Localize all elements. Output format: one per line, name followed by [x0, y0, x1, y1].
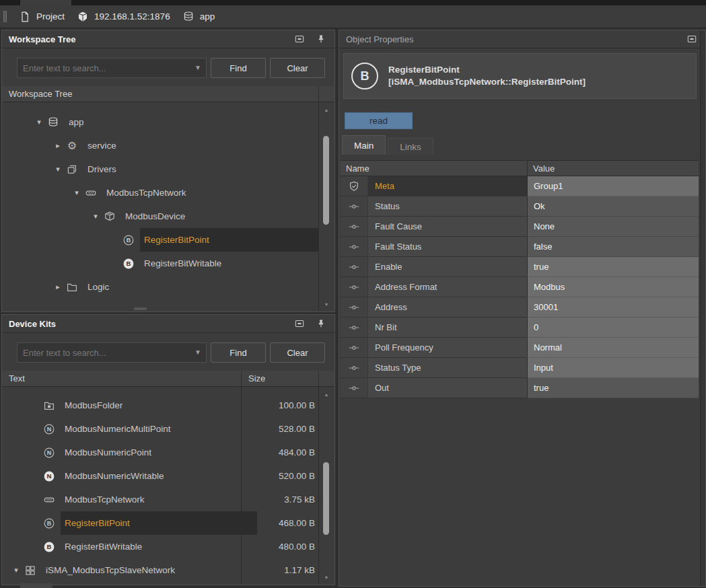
read-button[interactable]: read — [345, 112, 413, 129]
tab-links[interactable]: Links — [388, 138, 433, 155]
tab-main[interactable]: Main — [342, 135, 386, 155]
kits-clear-button[interactable]: Clear — [270, 342, 325, 363]
chevron-collapsed-icon[interactable]: ▸ — [51, 141, 65, 150]
property-row[interactable]: Enabletrue — [341, 257, 699, 277]
bottom-tab-fragment — [20, 583, 52, 588]
chevron-expanded-icon[interactable]: ▾ — [89, 212, 102, 221]
tree-item[interactable]: ▾app — [3, 110, 334, 134]
property-name[interactable]: Status — [367, 196, 527, 217]
kit-item[interactable]: NModbusNumericMultiPoint528.00 B — [3, 417, 334, 441]
property-name[interactable]: Fault Cause — [367, 217, 527, 237]
kit-item[interactable]: ModbusTcpNetwork3.75 kB — [3, 488, 334, 511]
tree-item[interactable]: BRegisterBitWritable — [3, 252, 334, 275]
scroll-up-icon[interactable]: ▲ — [319, 392, 334, 397]
kit-item[interactable]: NModbusNumericPoint484.00 B — [3, 441, 334, 464]
properties-scrollbar-track[interactable] — [700, 30, 705, 586]
workspace-clear-button[interactable]: Clear — [270, 58, 325, 78]
property-name[interactable]: Meta — [367, 176, 527, 196]
kit-item-label-area[interactable]: RegisterBitPoint — [61, 511, 257, 535]
property-row[interactable]: Status TypeInput — [341, 358, 699, 378]
kit-item[interactable]: ▾iSMA_ModbusTcpSlaveNetwork1.17 kB — [3, 558, 334, 582]
chevron-expanded-icon[interactable]: ▾ — [32, 118, 46, 126]
workspace-find-button[interactable]: Find — [211, 58, 266, 78]
kits-size-column-label[interactable]: Size — [243, 373, 320, 383]
tree-item[interactable]: ▸⚙service — [3, 134, 334, 157]
property-row[interactable]: Address30001 — [341, 297, 699, 318]
value-column-label[interactable]: Value — [527, 161, 699, 176]
breadcrumb-item[interactable]: app — [182, 11, 215, 23]
name-column-label[interactable]: Name — [341, 161, 527, 176]
scroll-up-icon[interactable]: ▲ — [319, 108, 334, 112]
kit-item[interactable]: BRegisterBitWritable480.00 B — [3, 535, 334, 558]
tree-item-label-area[interactable]: service — [83, 134, 318, 157]
property-row[interactable]: Fault Statusfalse — [341, 237, 699, 257]
kits-text-column-label[interactable]: Text — [2, 373, 243, 383]
tree-item-label-area[interactable]: RegisterBitPoint — [140, 228, 318, 252]
property-name[interactable]: Fault Status — [367, 237, 527, 257]
tree-item-label-area[interactable]: RegisterBitWritable — [140, 252, 318, 275]
property-name[interactable]: Enable — [367, 257, 527, 277]
property-row[interactable]: Outtrue — [341, 378, 699, 398]
kit-item[interactable]: NModbusNumericWritable520.00 B — [3, 464, 334, 488]
scroll-down-icon[interactable]: ▼ — [319, 302, 334, 307]
property-value[interactable]: 30001 — [527, 297, 699, 318]
property-row[interactable]: MetaGroup1 — [341, 176, 699, 196]
kit-item-label-area[interactable]: ModbusNumericWritable — [61, 464, 257, 488]
pin-icon[interactable] — [316, 34, 326, 44]
scroll-down-icon[interactable]: ▼ — [319, 575, 334, 580]
tree-item-label-area[interactable]: Drivers — [83, 157, 318, 181]
tree-item-label-area[interactable]: app — [65, 110, 318, 134]
tree-item[interactable]: ▾Drivers — [3, 157, 334, 181]
breadcrumb-item[interactable]: Project — [19, 11, 65, 23]
tree-item[interactable]: BRegisterBitPoint — [3, 228, 334, 252]
property-value[interactable]: Group1 — [527, 176, 699, 196]
kits-find-button[interactable]: Find — [211, 342, 266, 363]
toolbar-grip-handle[interactable] — [3, 11, 7, 22]
property-name[interactable]: Nr Bit — [367, 318, 527, 338]
property-value[interactable]: Input — [527, 358, 699, 378]
property-value[interactable]: Normal — [527, 338, 699, 358]
tree-item-label-area[interactable]: Logic — [83, 275, 318, 299]
property-row[interactable]: Address FormatModbus — [341, 277, 699, 297]
tree-item[interactable]: ▾ModbusTcpNetwork — [3, 181, 334, 205]
property-name[interactable]: Address Format — [367, 277, 527, 297]
kit-item-label-area[interactable]: iSMA_ModbusTcpSlaveNetwork — [42, 558, 257, 582]
kit-item-label-area[interactable]: RegisterBitWritable — [61, 535, 257, 558]
property-value[interactable]: true — [527, 257, 699, 277]
property-row[interactable]: Poll FrequencyNormal — [341, 338, 699, 358]
property-value[interactable]: 0 — [527, 318, 699, 338]
kit-item[interactable]: BRegisterBitPoint468.00 B — [3, 511, 334, 535]
pin-icon[interactable] — [316, 318, 326, 329]
property-row[interactable]: StatusOk — [341, 196, 699, 217]
tree-item[interactable]: ▸Logic — [3, 275, 334, 299]
property-value[interactable]: Modbus — [527, 277, 699, 297]
breadcrumb-item[interactable]: 192.168.1.52:1876 — [77, 11, 170, 23]
scrollbar-thumb[interactable] — [323, 462, 329, 535]
scrollbar-thumb[interactable] — [323, 136, 329, 225]
slot-icon — [341, 378, 367, 398]
tree-item-label-area[interactable]: ModbusTcpNetwork — [102, 181, 318, 205]
property-name[interactable]: Address — [367, 297, 527, 318]
chevron-expanded-icon[interactable]: ▾ — [70, 188, 83, 197]
kit-item-label-area[interactable]: ModbusTcpNetwork — [61, 488, 257, 511]
kit-item-label: RegisterBitWritable — [65, 542, 142, 552]
chevron-expanded-icon[interactable]: ▾ — [51, 165, 65, 174]
property-name[interactable]: Out — [367, 378, 527, 398]
property-name[interactable]: Poll Frequency — [367, 338, 527, 358]
chevron-expanded-icon[interactable]: ▾ — [9, 566, 23, 575]
maximize-icon[interactable] — [686, 34, 697, 44]
workspace-search-input[interactable] — [17, 58, 207, 78]
kits-search-input[interactable] — [17, 342, 207, 363]
tree-item-label-area[interactable]: ModbusDevice — [121, 205, 318, 228]
property-name[interactable]: Status Type — [367, 358, 527, 378]
chevron-collapsed-icon[interactable]: ▸ — [51, 283, 65, 291]
kit-item[interactable]: ModbusFolder100.00 B — [3, 394, 334, 417]
maximize-icon[interactable] — [294, 34, 305, 44]
maximize-icon[interactable] — [294, 318, 305, 329]
kit-item-label-area[interactable]: ModbusNumericPoint — [61, 441, 257, 464]
kit-item-label-area[interactable]: ModbusNumericMultiPoint — [61, 417, 257, 441]
property-row[interactable]: Fault CauseNone — [341, 217, 699, 237]
property-row[interactable]: Nr Bit0 — [341, 318, 699, 338]
tree-item[interactable]: ▾ModbusDevice — [3, 205, 334, 228]
kit-item-label-area[interactable]: ModbusFolder — [61, 394, 257, 417]
